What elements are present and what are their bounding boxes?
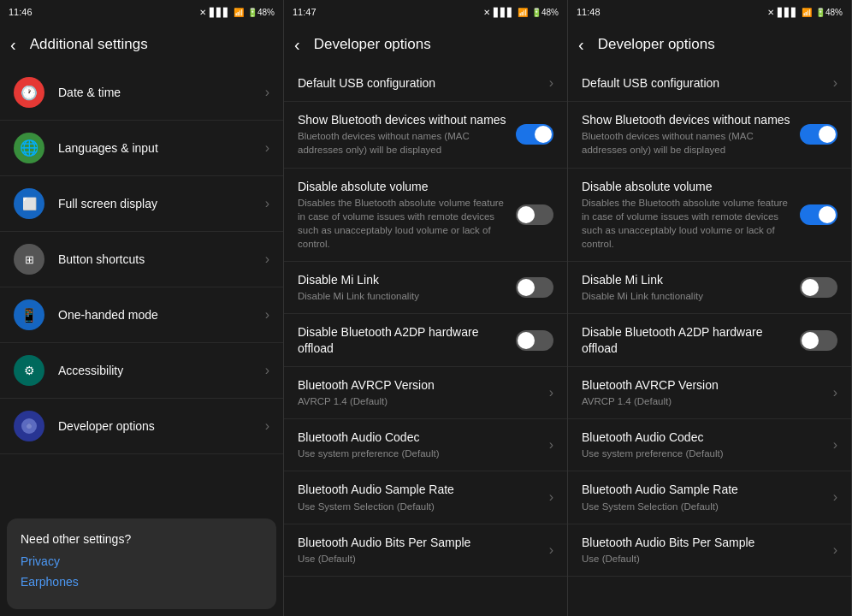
bottom-card: Need other settings? Privacy Earphones [7,518,276,609]
status-time-1: 11:46 [9,7,33,17]
dev-abs-vol-title-2: Disable absolute volume [582,179,793,194]
earphones-link[interactable]: Earphones [21,575,263,589]
dev-sample-rate[interactable]: Bluetooth Audio Sample Rate Use System S… [284,471,567,524]
status-icons-3: ✕ ▋▋▋ 📶 🔋48% [767,8,843,17]
dev-mi-link-2[interactable]: Disable Mi Link Disable Mi Link function… [568,262,851,314]
dev-absolute-volume[interactable]: Disable absolute volume Disables the Blu… [284,169,567,263]
dev-avrcp-title: Bluetooth AVRCP Version [298,377,542,393]
dev-rate-title: Bluetooth Audio Sample Rate [298,482,542,497]
battery-icon-2: 🔋48% [531,8,559,17]
dev-a2dp[interactable]: Disable Bluetooth A2DP hardware offload [284,314,567,366]
settings-list-1: 🕐 Date & time › 🌐 Languages & input › ⬜ … [0,65,283,512]
dev-bluetooth-names[interactable]: Show Bluetooth devices without names Blu… [284,102,567,168]
setting-button-shortcuts[interactable]: ⊞ Button shortcuts › [0,232,283,287]
accessibility-icon: ⚙ [14,355,44,386]
toggle-a2dp-2[interactable] [800,330,837,351]
dev-avrcp-arrow-2: › [833,385,837,400]
languages-icon: 🌐 [14,133,44,163]
dev-mi-link-subtitle: Disable Mi Link functionality [298,289,509,303]
status-bar-1: 11:46 ✕ ▋▋▋ 📶 🔋48% [0,0,283,24]
dev-usb-config[interactable]: Default USB configuration › [284,65,567,102]
screen-additional-settings: 11:46 ✕ ▋▋▋ 📶 🔋48% ‹ Additional settings… [0,0,284,616]
dev-rate-arrow: › [549,489,553,505]
x-icon-1: ✕ [199,8,206,17]
dev-a2dp-title: Disable Bluetooth A2DP hardware offload [298,324,509,355]
privacy-link[interactable]: Privacy [21,554,263,568]
developer-arrow: › [265,418,269,434]
dev-usb-arrow: › [549,75,553,91]
full-screen-arrow: › [265,196,269,211]
signal-icon-1: ▋▋▋ [210,8,230,17]
dev-rate-arrow-2: › [833,489,837,505]
setting-full-screen[interactable]: ⬜ Full screen display › [0,176,283,232]
dev-sample-rate-2[interactable]: Bluetooth Audio Sample Rate Use System S… [568,471,851,524]
dev-codec-arrow-2: › [833,437,837,453]
dev-bits-subtitle: Use (Default) [298,552,542,566]
dev-codec-arrow: › [549,437,553,453]
top-bar-3: ‹ Developer options [568,24,851,65]
toggle-bluetooth-names-2[interactable] [800,124,837,145]
dev-avrcp[interactable]: Bluetooth AVRCP Version AVRCP 1.4 (Defau… [284,367,567,419]
dev-bits[interactable]: Bluetooth Audio Bits Per Sample Use (Def… [284,524,567,577]
toggle-bluetooth-names-1[interactable] [516,124,553,145]
dev-bits-2[interactable]: Bluetooth Audio Bits Per Sample Use (Def… [568,524,851,577]
date-time-arrow: › [265,85,269,100]
dev-a2dp-2[interactable]: Disable Bluetooth A2DP hardware offload [568,314,851,366]
button-shortcuts-arrow: › [265,252,269,267]
dev-audio-codec-2[interactable]: Bluetooth Audio Codec Use system prefere… [568,419,851,471]
signal-icon-3: ▋▋▋ [778,8,798,17]
dev-usb-config-2[interactable]: Default USB configuration › [568,65,851,102]
back-button-2[interactable]: ‹ [294,35,300,55]
setting-accessibility[interactable]: ⚙ Accessibility › [0,343,283,399]
dev-avrcp-title-2: Bluetooth AVRCP Version [582,377,826,393]
toggle-absolute-volume-2[interactable] [800,204,837,225]
dev-bluetooth-names-2[interactable]: Show Bluetooth devices without names Blu… [568,102,851,168]
top-bar-2: ‹ Developer options [284,24,567,65]
setting-one-handed[interactable]: 📱 One-handed mode › [0,287,283,343]
dev-usb-title: Default USB configuration [298,75,542,91]
setting-developer[interactable]: Developer options › [0,399,283,454]
dev-avrcp-2[interactable]: Bluetooth AVRCP Version AVRCP 1.4 (Defau… [568,367,851,419]
dev-absolute-volume-2[interactable]: Disable absolute volume Disables the Blu… [568,169,851,263]
one-handed-title: One-handed mode [58,307,258,323]
one-handed-icon: 📱 [14,299,44,330]
dev-codec-subtitle-2: Use system preference (Default) [582,447,826,460]
signal-icon-2: ▋▋▋ [494,8,514,17]
accessibility-arrow: › [265,363,269,378]
dev-avrcp-subtitle: AVRCP 1.4 (Default) [298,394,542,408]
back-button-3[interactable]: ‹ [578,35,584,55]
toggle-a2dp-1[interactable] [516,330,553,351]
date-time-title: Date & time [58,85,258,100]
developer-icon [14,411,44,441]
svg-point-1 [27,424,32,429]
back-button-1[interactable]: ‹ [10,35,16,55]
battery-icon-3: 🔋48% [815,8,843,17]
dev-usb-arrow-2: › [833,75,837,91]
dev-abs-vol-subtitle-2: Disables the Bluetooth absolute volume f… [582,196,793,251]
status-icons-1: ✕ ▋▋▋ 📶 🔋48% [199,8,275,17]
dev-codec-title: Bluetooth Audio Codec [298,429,542,445]
dev-audio-codec[interactable]: Bluetooth Audio Codec Use system prefere… [284,419,567,471]
date-time-icon: 🕐 [14,77,44,108]
dev-bits-arrow-2: › [833,542,837,558]
dev-abs-vol-subtitle: Disables the Bluetooth absolute volume f… [298,196,509,251]
screen-developer-options-1: 11:47 ✕ ▋▋▋ 📶 🔋48% ‹ Developer options D… [284,0,568,616]
dev-codec-subtitle: Use system preference (Default) [298,447,542,460]
dev-avrcp-subtitle-2: AVRCP 1.4 (Default) [582,394,826,408]
screen-title-2: Developer options [314,36,431,53]
toggle-mi-link-1[interactable] [516,277,553,298]
full-screen-icon: ⬜ [14,188,44,219]
setting-languages[interactable]: 🌐 Languages & input › [0,121,283,176]
dev-settings-list-2: Default USB configuration › Show Bluetoo… [568,65,851,616]
dev-bits-arrow: › [549,542,553,558]
dev-mi-link-subtitle-2: Disable Mi Link functionality [582,289,793,303]
x-icon-2: ✕ [483,8,490,17]
button-shortcuts-icon: ⊞ [14,244,44,275]
one-handed-arrow: › [265,307,269,323]
setting-date-time[interactable]: 🕐 Date & time › [0,65,283,121]
dev-bits-title-2: Bluetooth Audio Bits Per Sample [582,535,826,550]
toggle-absolute-volume-1[interactable] [516,204,553,225]
dev-mi-link[interactable]: Disable Mi Link Disable Mi Link function… [284,262,567,314]
top-bar-1: ‹ Additional settings [0,24,283,65]
toggle-mi-link-2[interactable] [800,277,837,298]
